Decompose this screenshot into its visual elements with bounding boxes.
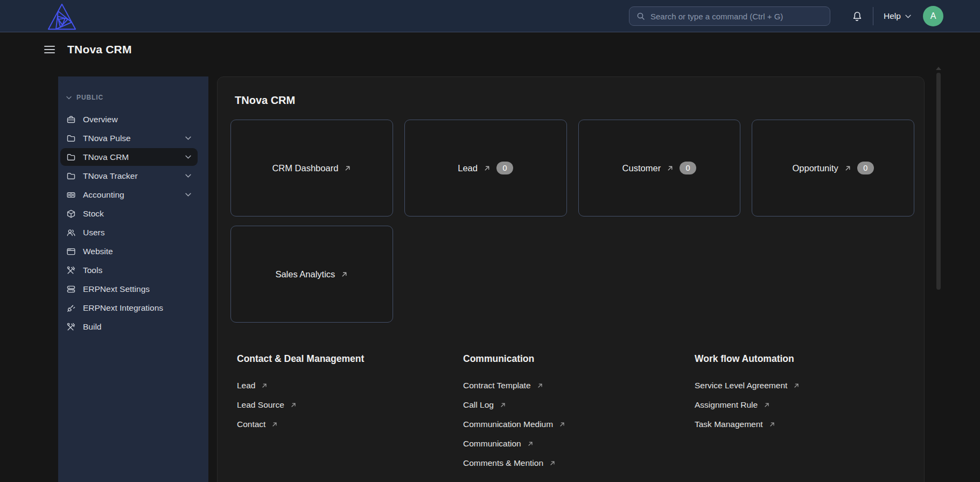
card-crm-dashboard[interactable]: CRM Dashboard [230,120,393,216]
sidebar-item-label: Website [83,247,113,256]
link-label: Comments & Mention [463,458,543,468]
plug-icon [66,303,76,313]
chevron-down-icon [905,15,911,18]
external-link-arrow-icon [500,402,506,408]
sidebar-item-label: Accounting [83,190,124,200]
card-label: Lead [458,163,478,173]
search-input[interactable] [650,12,823,21]
link-label: Contract Template [463,381,531,390]
sidebar-section-public[interactable]: PUBLIC [58,94,208,101]
card-sales-analytics[interactable]: Sales Analytics [230,226,393,323]
count-badge: 0 [680,162,696,174]
global-search[interactable] [629,6,830,26]
link-label: Service Level Agreement [695,381,787,390]
link-task-management[interactable]: Task Management [695,415,914,434]
chevron-down-icon [66,96,72,100]
link-contract-template[interactable]: Contract Template [463,376,695,395]
link-communication[interactable]: Communication [463,434,695,453]
sidebar-item-label: Stock [83,209,104,219]
link-label: Contact [237,420,265,429]
card-customer[interactable]: Customer 0 [578,120,741,216]
notifications-button[interactable] [851,10,863,22]
link-assignment-rule[interactable]: Assignment Rule [695,395,914,415]
section-workflow-automation: Work flow Automation Service Level Agree… [695,353,914,473]
sidebar-item-build[interactable]: Build [60,318,198,336]
chevron-down-icon[interactable] [185,136,191,140]
sidebar-item-users[interactable]: Users [60,223,198,241]
section-contact-deal-management: Contact & Deal Management Lead Lead Sour… [237,353,463,473]
link-call-log[interactable]: Call Log [463,395,695,415]
card-label: CRM Dashboard [272,163,338,173]
section-heading: Communication [463,353,695,365]
external-link-arrow-icon [261,382,268,389]
users-icon [66,228,76,237]
avatar-initial: A [930,11,936,21]
avatar[interactable]: A [923,6,943,26]
external-link-arrow-icon [764,402,770,408]
chevron-down-icon[interactable] [185,193,191,197]
section-communication: Communication Contract Template Call Log… [463,353,695,473]
sidebar-item-tnova-crm[interactable]: TNova CRM [60,148,198,166]
link-contact[interactable]: Contact [237,415,463,434]
link-label: Task Management [695,420,763,429]
sidebar-item-label: TNova Pulse [83,134,131,143]
page-title: TNova CRM [67,43,132,56]
tools-icon [66,266,76,275]
chevron-down-icon[interactable] [185,155,191,159]
card-lead[interactable]: Lead 0 [404,120,567,216]
sidebar-item-label: TNova Tracker [83,171,138,181]
navbar-divider [873,7,873,25]
external-link-arrow-icon [484,165,491,172]
link-label: Lead [237,381,255,390]
sidebar-item-accounting[interactable]: Accounting [60,186,198,204]
main-panel: TNova CRM CRM Dashboard Lead 0 Customer … [217,76,925,482]
sidebar-item-label: ERPNext Integrations [83,303,163,313]
box-icon [66,209,76,219]
count-badge: 0 [857,162,874,174]
sidebar-item-label: TNova CRM [83,152,129,162]
link-communication-medium[interactable]: Communication Medium [463,415,695,434]
external-link-arrow-icon [271,421,278,428]
section-heading: Contact & Deal Management [237,353,463,365]
shortcut-sections: Contact & Deal Management Lead Lead Sour… [237,353,914,473]
sidebar-item-stock[interactable]: Stock [60,205,198,222]
sidebar-section-label: PUBLIC [76,94,103,101]
tools-icon [66,322,76,332]
help-label: Help [884,11,901,21]
external-link-arrow-icon [341,271,348,278]
sidebar-toggle-button[interactable] [44,46,55,53]
sidebar-item-erpnext-integrations[interactable]: ERPNext Integrations [60,299,198,317]
link-lead-source[interactable]: Lead Source [237,395,463,415]
server-icon [66,284,76,294]
vertical-scrollbar-thumb[interactable] [936,73,941,290]
folder-icon [66,152,76,162]
card-label: Sales Analytics [275,269,335,280]
sidebar-item-label: ERPNext Settings [83,284,150,294]
sidebar-item-label: Overview [83,115,118,124]
external-link-arrow-icon [769,421,775,428]
sidebar-item-overview[interactable]: Overview [60,110,198,128]
page-header: TNova CRM [44,39,132,60]
app-logo[interactable] [46,2,78,31]
browser-icon [66,247,76,256]
sidebar-item-erpnext-settings[interactable]: ERPNext Settings [60,280,198,298]
external-link-arrow-icon [527,441,534,447]
card-opportunity[interactable]: Opportunity 0 [752,120,914,216]
sidebar-item-tnova-pulse[interactable]: TNova Pulse [60,129,198,147]
external-link-arrow-icon [290,402,297,408]
link-service-level-agreement[interactable]: Service Level Agreement [695,376,914,395]
sidebar-item-label: Build [83,322,101,332]
scrollbar-up-arrow [936,67,941,70]
sidebar: PUBLIC Overview TNova Pulse [58,76,208,482]
link-lead[interactable]: Lead [237,376,463,395]
triangle-logo-icon [46,2,78,31]
sidebar-item-tnova-tracker[interactable]: TNova Tracker [60,167,198,185]
sidebar-item-label: Tools [83,266,102,275]
help-menu[interactable]: Help [884,0,911,32]
sidebar-item-website[interactable]: Website [60,242,198,260]
chevron-down-icon[interactable] [185,174,191,178]
cash-icon [66,190,76,200]
external-link-arrow-icon [549,460,556,466]
sidebar-item-tools[interactable]: Tools [60,261,198,279]
link-comments-mention[interactable]: Comments & Mention [463,453,695,473]
